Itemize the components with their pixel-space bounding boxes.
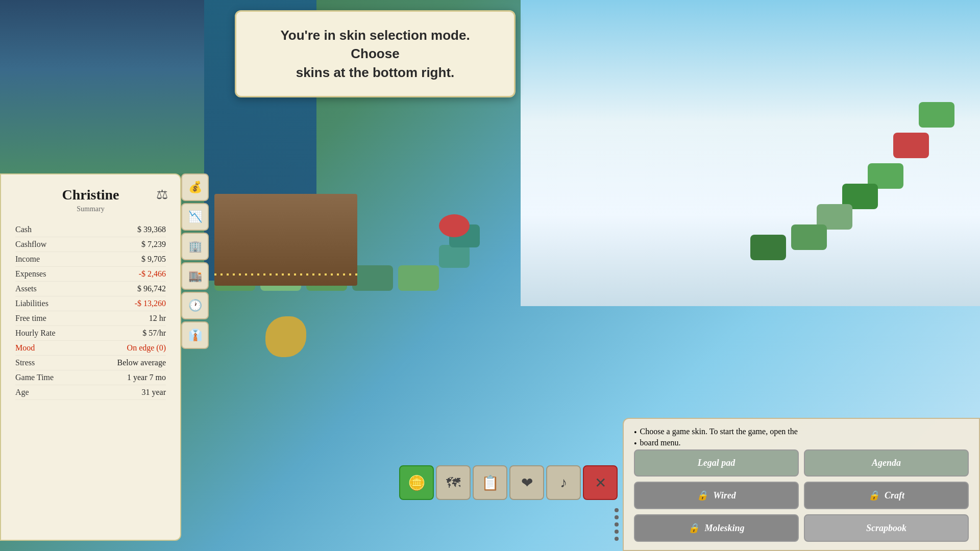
snow-board-tile (791, 224, 827, 250)
lock-icon: 🔒 (868, 490, 879, 501)
graph-down-icon[interactable]: 📉 (181, 203, 209, 231)
money-icon[interactable]: 💰 (181, 173, 209, 201)
board-tile-red (439, 214, 470, 237)
dot (615, 508, 619, 512)
skin-hint-text: board menu. (640, 438, 681, 447)
stat-row: Age31 year (15, 385, 166, 400)
stat-row: MoodOn edge (0) (15, 341, 166, 356)
stats-list: Cash$ 39,368Cashflow$ 7,239Income$ 9,705… (15, 222, 166, 400)
stat-row: StressBelow average (15, 356, 166, 370)
stat-label: Hourly Rate (15, 329, 56, 338)
stat-value: $ 96,742 (137, 284, 166, 293)
stat-label: Cash (15, 225, 32, 234)
stat-value: $ 57/hr (142, 329, 166, 338)
stat-value: Below average (117, 358, 166, 367)
toolbar-buttons[interactable]: 🪙🗺📋❤♪✕ (399, 465, 618, 500)
map-button-icon: 🗺 (446, 474, 460, 491)
skin-agenda-button[interactable]: Agenda (804, 449, 969, 477)
stat-row: Cash$ 39,368 (15, 222, 166, 237)
skin-hint-text: Choose a game skin. To start the game, o… (640, 427, 798, 436)
heart-button[interactable]: ❤ (509, 465, 544, 500)
stat-value: $ 7,239 (141, 240, 166, 249)
skin-label: Molesking (704, 523, 744, 534)
stat-label: Age (15, 388, 29, 397)
lock-icon: 🔒 (697, 490, 708, 501)
skin-molesking-button[interactable]: 🔒Molesking (634, 514, 799, 542)
stat-label: Liabilities (15, 299, 48, 308)
coins-button-icon: 🪙 (408, 474, 426, 491)
stat-value: 31 year (141, 388, 166, 397)
dot (615, 537, 619, 541)
stat-value: $ 39,368 (137, 225, 166, 234)
stat-label: Income (15, 255, 40, 264)
balance-icon: ⚖ (156, 187, 168, 203)
sidebar-dots (615, 347, 623, 551)
coins-button[interactable]: 🪙 (399, 465, 434, 500)
dot (615, 522, 619, 527)
skin-label: Scrapbook (866, 523, 906, 534)
stat-label: Assets (15, 284, 37, 293)
skin-scrapbook-button[interactable]: Scrapbook (804, 514, 969, 542)
skin-grid[interactable]: Legal padAgenda🔒Wired🔒Craft🔒MoleskingScr… (634, 449, 969, 542)
stat-label: Cashflow (15, 240, 46, 249)
bridge (214, 194, 357, 286)
skin-mode-tooltip: You're in skin selection mode. Choose sk… (235, 10, 516, 97)
skin-label: Wired (713, 490, 736, 501)
right-sidebar[interactable]: 💰📉🏢🏬🕐👔 (181, 173, 212, 349)
city-area (0, 0, 204, 173)
skin-label: Legal pad (698, 458, 736, 468)
stat-row: Expenses-$ 2,466 (15, 267, 166, 282)
board-tile (352, 265, 393, 291)
music-button[interactable]: ♪ (546, 465, 581, 500)
stat-row: Free time12 hr (15, 311, 166, 326)
player-name: Christine (15, 187, 166, 203)
board-tile (398, 265, 439, 291)
skin-wired-button[interactable]: 🔒Wired (634, 482, 799, 509)
stat-label: Free time (15, 314, 46, 323)
building-icon[interactable]: 🏢 (181, 233, 209, 260)
map-button[interactable]: 🗺 (436, 465, 471, 500)
stat-row: Assets$ 96,742 (15, 282, 166, 296)
skin-label: Craft (885, 490, 904, 501)
stat-value: -$ 2,466 (139, 269, 166, 279)
stat-row: Game Time1 year 7 mo (15, 370, 166, 385)
bull-statue (265, 316, 306, 357)
close-button-icon: ✕ (595, 474, 606, 491)
stat-label: Game Time (15, 373, 54, 382)
snow-area (521, 0, 980, 306)
snow-board-tile (893, 133, 929, 158)
bottom-toolbar[interactable]: 🪙🗺📋❤♪✕ (399, 465, 618, 500)
building2-icon[interactable]: 🏬 (181, 262, 209, 290)
snow-board-tile (919, 102, 954, 128)
stat-value: -$ 13,260 (135, 299, 166, 308)
stat-row: Hourly Rate$ 57/hr (15, 326, 166, 341)
lock-icon: 🔒 (688, 522, 699, 534)
tie-icon[interactable]: 👔 (181, 321, 209, 349)
stat-value: On edge (0) (127, 343, 166, 353)
skin-hint-line: •Choose a game skin. To start the game, … (634, 427, 969, 437)
clock-icon[interactable]: 🕐 (181, 292, 209, 319)
skin-hint-line: •board menu. (634, 438, 969, 448)
list-button-icon: 📋 (481, 474, 499, 491)
skin-craft-button[interactable]: 🔒Craft (804, 482, 969, 509)
board-tile (439, 245, 470, 268)
skin-legal-pad-button[interactable]: Legal pad (634, 449, 799, 477)
skin-label: Agenda (872, 458, 901, 468)
stat-row: Liabilities-$ 13,260 (15, 296, 166, 311)
tooltip-text: You're in skin selection mode. Choose sk… (255, 26, 496, 82)
player-stats-panel: Christine Summary ⚖ Cash$ 39,368Cashflow… (0, 173, 181, 541)
stat-label: Mood (15, 343, 35, 353)
skin-selector-panel[interactable]: •Choose a game skin. To start the game, … (623, 418, 980, 551)
stat-label: Stress (15, 358, 35, 367)
dot (615, 530, 619, 534)
list-button[interactable]: 📋 (473, 465, 507, 500)
stat-row: Income$ 9,705 (15, 252, 166, 267)
stat-value: 12 hr (149, 314, 166, 323)
stat-row: Cashflow$ 7,239 (15, 237, 166, 252)
heart-button-icon: ❤ (521, 474, 533, 491)
close-button[interactable]: ✕ (583, 465, 618, 500)
music-button-icon: ♪ (560, 474, 567, 491)
stat-label: Expenses (15, 269, 46, 279)
stat-value: 1 year 7 mo (127, 373, 166, 382)
sidebar-icons[interactable]: 💰📉🏢🏬🕐👔 (181, 173, 212, 349)
